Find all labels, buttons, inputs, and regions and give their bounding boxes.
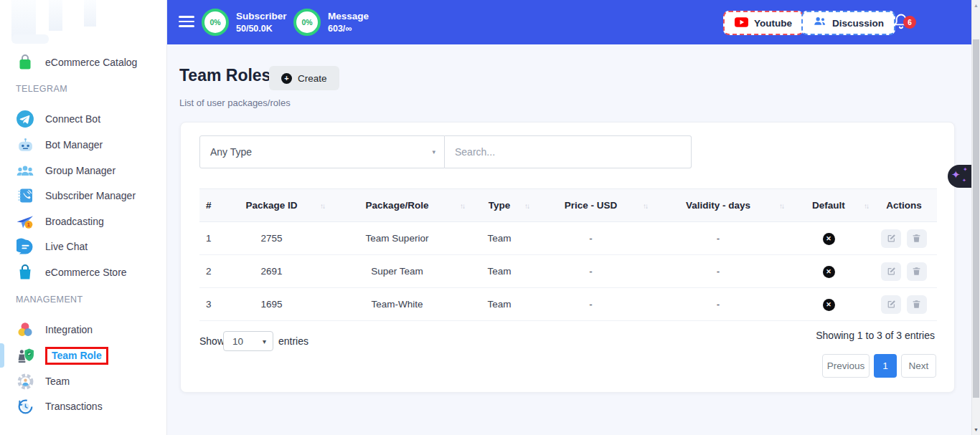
paper-plane-badge-icon: 1: [16, 212, 34, 231]
delete-button[interactable]: [907, 295, 927, 314]
sidebar: eCommerce Catalog TELEGRAM Connect Bot B…: [0, 0, 167, 435]
pagination-page-1-button[interactable]: 1: [874, 354, 897, 378]
edit-button[interactable]: [881, 262, 901, 281]
search-field-wrap: [445, 135, 692, 168]
page-size-value: 10: [232, 336, 243, 347]
search-input[interactable]: [445, 135, 692, 168]
cell-actions: [871, 222, 937, 255]
cell-validity: -: [650, 288, 786, 321]
col-header-package-id[interactable]: Package ID↑↓: [216, 189, 327, 222]
edit-button[interactable]: [881, 295, 901, 314]
scrollbar-thumb[interactable]: [973, 39, 979, 398]
sidebar-item-ecommerce-store[interactable]: eCommerce Store: [16, 262, 163, 283]
subscriber-value: 50/50.0K: [236, 24, 287, 34]
subscriber-label: Subscriber: [236, 11, 287, 21]
sidebar-item-team[interactable]: Team: [16, 371, 163, 392]
cell-package-role: Team Superior: [327, 222, 467, 255]
sidebar-item-label: Bot Manager: [45, 139, 103, 150]
sidebar-item-team-role[interactable]: Team Role: [16, 345, 163, 366]
scroll-down-arrow-icon[interactable]: ▼: [974, 427, 979, 432]
chevron-down-icon: ▾: [432, 148, 435, 156]
col-header-package-role[interactable]: Package/Role↑↓: [327, 189, 467, 222]
menu-toggle-icon[interactable]: [179, 16, 194, 27]
create-button-label: Create: [298, 73, 327, 84]
cell-package-role: Team-White: [327, 288, 467, 321]
cell-index: 3: [199, 288, 216, 321]
col-header-validity[interactable]: Validity - days↑↓: [650, 189, 786, 222]
faded-logo-shape: [84, 0, 96, 27]
col-header-index: #: [199, 189, 216, 222]
sidebar-item-label: Transactions: [45, 401, 103, 412]
roles-table: # Package ID↑↓ Package/Role↑↓ Type↑↓ Pri…: [199, 188, 937, 321]
sidebar-item-group-manager[interactable]: Group Manager: [16, 160, 163, 181]
page-size-select[interactable]: 10 ▾: [223, 331, 273, 351]
sidebar-item-transactions[interactable]: Transactions: [16, 396, 163, 417]
table-row: 3 1695 Team-White Team - - ✕: [199, 288, 937, 321]
create-button[interactable]: + Create: [269, 66, 339, 90]
faded-logo-shape: [11, 34, 49, 44]
sidebar-item-ecommerce-catalog[interactable]: eCommerce Catalog: [16, 52, 163, 73]
cell-type: Team: [467, 255, 532, 288]
pagination-previous-button[interactable]: Previous: [822, 354, 870, 378]
cell-validity: -: [650, 222, 786, 255]
cell-package-id: 2755: [216, 222, 327, 255]
sidebar-item-connect-bot[interactable]: Connect Bot: [16, 108, 163, 130]
sidebar-item-bot-manager[interactable]: Bot Manager: [16, 134, 163, 156]
sort-icon: ↑↓: [643, 201, 647, 209]
sidebar-item-label: Subscriber Manager: [45, 190, 136, 201]
times-circle-icon: ✕: [823, 266, 835, 278]
sidebar-item-label: Team: [45, 376, 70, 387]
sidebar-item-integration[interactable]: Integration: [16, 319, 163, 340]
col-header-actions: Actions: [871, 189, 937, 222]
sidebar-section-management: MANAGEMENT: [16, 295, 83, 305]
sort-icon: ↑↓: [460, 201, 464, 209]
cell-index: 2: [199, 255, 216, 288]
sidebar-item-subscriber-manager[interactable]: Subscriber Manager: [16, 185, 163, 206]
cell-type: Team: [467, 222, 532, 255]
sidebar-item-label: eCommerce Catalog: [45, 57, 137, 68]
cell-default: ✕: [786, 288, 871, 321]
pagination-next-button[interactable]: Next: [901, 354, 936, 378]
message-value: 603/∞: [328, 24, 369, 34]
type-filter-value: Any Type: [210, 146, 252, 158]
youtube-button[interactable]: Youtube: [723, 11, 804, 35]
sidebar-item-label: Integration: [45, 324, 93, 335]
faded-logo-shape: [49, 0, 62, 31]
ai-assistant-button[interactable]: ✦ ✦ ✦: [948, 165, 971, 188]
sidebar-item-broadcasting[interactable]: 1 Broadcasting: [16, 211, 163, 232]
cell-actions: [871, 255, 937, 288]
edit-button[interactable]: [881, 229, 901, 248]
col-header-default[interactable]: Default↑↓: [786, 189, 871, 222]
role-shield-icon: [16, 346, 34, 365]
scroll-up-arrow-icon[interactable]: ▲: [974, 3, 979, 8]
cell-package-role: Super Team: [327, 255, 467, 288]
col-header-price[interactable]: Price - USD↑↓: [532, 189, 650, 222]
shopping-bag-blue-icon: [16, 263, 34, 282]
sidebar-item-live-chat[interactable]: Live Chat: [16, 236, 163, 257]
entries-info: Showing 1 to 3 of 3 entries: [816, 330, 935, 341]
cell-price: -: [532, 288, 650, 321]
youtube-button-label: Youtube: [754, 18, 792, 29]
active-item-indicator: [0, 343, 4, 368]
type-filter-select[interactable]: Any Type ▾: [199, 135, 445, 168]
discussion-button[interactable]: Discussion: [801, 11, 895, 35]
sidebar-item-label: Broadcasting: [45, 216, 104, 227]
table-row: 2 2691 Super Team Team - - ✕: [199, 255, 937, 288]
times-circle-icon: ✕: [823, 299, 835, 311]
gear-person-icon: [16, 372, 34, 391]
team-roles-card: Any Type ▾ # Package ID↑↓ Package/Role↑↓…: [180, 122, 955, 393]
delete-button[interactable]: [907, 229, 927, 248]
telegram-icon: [16, 110, 34, 128]
subscriber-progress-ring: 0%: [202, 9, 229, 36]
notification-count-badge: 6: [903, 16, 916, 29]
show-label: Show: [199, 335, 225, 347]
group-icon: [16, 161, 34, 180]
cell-package-id: 1695: [216, 288, 327, 321]
sparkle-icon: ✦: [962, 178, 966, 183]
shopping-bag-green-icon: [16, 53, 34, 72]
delete-button[interactable]: [907, 262, 927, 281]
col-header-type[interactable]: Type↑↓: [467, 189, 532, 222]
cell-default: ✕: [786, 255, 871, 288]
vertical-scrollbar[interactable]: ▲ ▼: [971, 0, 980, 435]
contact-book-phone-icon: [16, 186, 34, 205]
